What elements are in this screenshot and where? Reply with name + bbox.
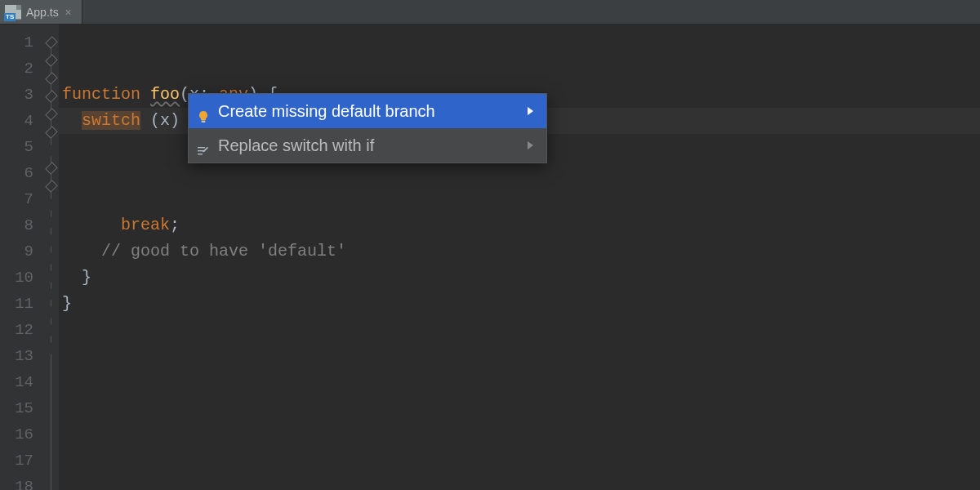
editor: 123456789101112131415161718 function foo… — [0, 24, 980, 490]
line-number[interactable]: 15 — [0, 395, 43, 421]
code-line[interactable]: // good to have 'default' — [59, 238, 980, 265]
line-number[interactable]: 10 — [0, 265, 43, 291]
fold-marker[interactable] — [45, 108, 57, 120]
line-number[interactable]: 12 — [0, 317, 43, 343]
tab-bar: TS App.ts × — [0, 0, 980, 24]
line-number[interactable]: 13 — [0, 343, 43, 369]
bulb-icon — [197, 105, 210, 118]
tab-filename: App.ts — [26, 6, 59, 19]
pencil-icon — [197, 139, 210, 152]
line-number[interactable]: 9 — [0, 238, 43, 265]
line-number[interactable]: 14 — [0, 369, 43, 395]
line-number[interactable]: 18 — [0, 474, 43, 490]
line-number[interactable]: 7 — [0, 186, 43, 212]
line-number[interactable]: 17 — [0, 448, 43, 474]
line-number[interactable]: 11 — [0, 291, 43, 317]
svg-rect-0 — [202, 121, 206, 123]
line-number[interactable]: 4 — [0, 108, 43, 134]
intention-item[interactable]: Replace switch with if — [189, 128, 546, 163]
fold-marker — [45, 198, 57, 210]
fold-marker[interactable] — [45, 162, 57, 174]
line-number[interactable]: 3 — [0, 82, 43, 108]
line-number[interactable]: 16 — [0, 421, 43, 448]
code-line[interactable] — [59, 474, 980, 490]
chevron-right-icon — [528, 107, 533, 115]
code-line[interactable]: break; — [59, 212, 980, 238]
fold-marker — [45, 323, 57, 336]
intention-label: Replace switch with if — [218, 132, 374, 158]
fold-marker — [45, 144, 57, 156]
line-number-gutter[interactable]: 123456789101112131415161718 — [0, 24, 44, 490]
line-number[interactable]: 6 — [0, 160, 43, 186]
close-icon[interactable]: × — [64, 7, 74, 17]
line-number[interactable]: 8 — [0, 212, 43, 238]
line-number[interactable]: 5 — [0, 134, 43, 160]
fold-marker — [45, 287, 57, 300]
fold-marker[interactable] — [45, 54, 57, 66]
code-line[interactable] — [59, 343, 980, 369]
fold-marker[interactable] — [45, 36, 57, 48]
fold-marker — [45, 234, 57, 246]
code-line[interactable] — [59, 160, 980, 186]
code-line[interactable] — [59, 369, 980, 395]
intention-label: Create missing default branch — [218, 98, 435, 124]
fold-marker — [45, 305, 57, 318]
file-tab[interactable]: TS App.ts × — [0, 0, 82, 24]
code-line[interactable] — [59, 448, 980, 474]
intention-item-selected[interactable]: Create missing default branch — [189, 94, 546, 128]
fold-marker[interactable] — [45, 126, 57, 138]
svg-rect-1 — [198, 147, 205, 148]
intention-popup: Create missing default branchReplace swi… — [188, 93, 547, 163]
fold-marker[interactable] — [45, 180, 57, 192]
fold-marker — [45, 216, 57, 228]
code-area[interactable]: function foo(x: any) { switch (x) { brea… — [59, 24, 980, 490]
fold-marker — [45, 252, 57, 264]
code-line[interactable] — [59, 421, 980, 448]
fold-marker[interactable] — [45, 72, 57, 84]
svg-rect-3 — [198, 154, 203, 154]
code-line[interactable]: } — [59, 291, 980, 317]
fold-marker — [45, 341, 57, 354]
line-number[interactable]: 1 — [0, 29, 43, 56]
line-number[interactable]: 2 — [0, 56, 43, 82]
code-line[interactable] — [59, 395, 980, 421]
code-line[interactable]: } — [59, 265, 980, 291]
fold-gutter[interactable] — [44, 24, 59, 490]
code-line[interactable] — [59, 186, 980, 212]
chevron-right-icon — [528, 141, 533, 149]
typescript-file-icon: TS — [5, 5, 21, 20]
fold-marker[interactable] — [45, 90, 57, 102]
code-line[interactable] — [59, 317, 980, 343]
fold-marker — [45, 270, 57, 282]
